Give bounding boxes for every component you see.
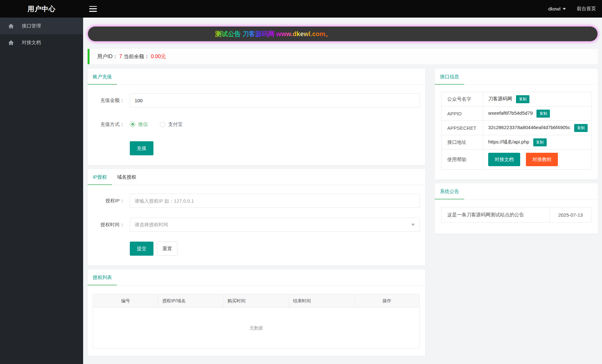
chevron-down-icon (563, 8, 566, 10)
auth-list-header: 授权列表 (88, 269, 425, 285)
table-row: 公众号名字 刀客源码网 复制 (442, 92, 591, 106)
notice-text: 这是一条刀客源码网测试站点的公告 (442, 207, 550, 223)
recharge-card-header: 账户充值 (88, 69, 425, 85)
auth-list-header-row: 编号 授权IP/域名 购买时间 结束时间 操作 (93, 294, 420, 308)
user-id-value: 7 (119, 54, 122, 59)
home-icon (8, 40, 14, 46)
auth-list-card: 授权列表 编号 授权IP/域名 购买时间 结束时间 操作 (88, 269, 425, 356)
username: dkewl (548, 6, 560, 12)
balance-label: 当前余额： (124, 53, 149, 60)
table-row: 接口地址 https://域名/api.php 复制 (442, 135, 591, 150)
radio-alipay-label: 支付宝 (168, 121, 183, 128)
radio-unchecked-icon (160, 122, 165, 127)
radio-alipay[interactable]: 支付宝 (160, 121, 183, 128)
tutorial-button[interactable]: 对接教程 (526, 153, 558, 166)
user-info-bar: 用户ID： 7 当前余额： 0.00元 (88, 49, 598, 64)
auth-ip-label: 授权IP： (94, 198, 124, 204)
sidebar-item-api-management[interactable]: 接口管理 (0, 18, 83, 34)
tab-system-notice[interactable]: 系统公告 (435, 183, 464, 199)
col-ip-domain: 授权IP/域名 (158, 294, 223, 308)
tab-ip-auth[interactable]: IP授权 (88, 169, 112, 185)
sidebar-item-label: 接口管理 (22, 23, 41, 29)
recharge-card: 账户充值 充值金额： 充值方式： 微信 (88, 69, 425, 165)
table-row: APPID wxeefaf6f7b54d5d79 复制 (442, 106, 591, 121)
notice-row: 这是一条刀客源码网测试站点的公告 2025-07-13 (442, 207, 591, 223)
tab-account-recharge[interactable]: 账户充值 (88, 69, 117, 84)
user-menu[interactable]: dkewl (548, 6, 566, 12)
user-id-label: 用户ID： (97, 53, 118, 60)
api-row-label: 接口地址 (442, 135, 483, 150)
table-row: APPSECRET 32c286223378a80446eaf4d7b6f490… (442, 121, 591, 135)
auth-submit-button[interactable]: 提交 (130, 242, 153, 256)
api-row-label: APPID (442, 106, 483, 121)
sidebar-item-docs[interactable]: 对接文档 (0, 34, 83, 51)
auth-time-label: 授权时间： (94, 222, 124, 228)
radio-wechat[interactable]: 微信 (130, 121, 148, 128)
menu-toggle-icon[interactable] (89, 6, 97, 12)
api-url-value: https://域名/api.php (488, 139, 529, 144)
balance-value: 0.00元 (151, 53, 166, 60)
home-icon (8, 23, 14, 29)
recharge-amount-input[interactable] (130, 93, 420, 107)
select-arrow-icon (411, 224, 415, 226)
authorization-card: IP授权 域名授权 授权IP： 授权时间： 请选择授权时间 (88, 169, 425, 266)
recharge-method-label: 充值方式： (94, 121, 124, 128)
api-info-header: 接口信息 (435, 69, 598, 85)
copy-button[interactable]: 复制 (516, 95, 529, 103)
auth-time-select[interactable]: 请选择授权时间 (130, 218, 420, 232)
col-actions: 操作 (354, 294, 419, 308)
auth-ip-input[interactable] (130, 194, 420, 208)
empty-state-text: 无数据 (93, 308, 420, 349)
system-notice-header: 系统公告 (435, 183, 598, 199)
radio-checked-icon (130, 122, 135, 127)
help-label: 使用帮助 (442, 150, 483, 170)
appsecret-value: 32c286223378a80446eaf4d7b6f4905c (488, 125, 570, 130)
official-account-name: 刀客源码网 (488, 96, 512, 101)
copy-button[interactable]: 复制 (574, 124, 588, 132)
doc-button[interactable]: 对接文档 (488, 153, 520, 166)
top-header: 用户中心 dkewl 前台首页 (0, 0, 602, 18)
empty-row: 无数据 (93, 308, 420, 349)
announcement-banner: 测试公告 刀客源码网 www.dkewl.com。 (88, 26, 598, 42)
copy-button[interactable]: 复制 (536, 110, 550, 118)
announcement-marquee-text: 测试公告 刀客源码网 www.dkewl.com。 (215, 30, 332, 38)
copy-button[interactable]: 复制 (533, 138, 547, 146)
tab-domain-auth[interactable]: 域名授权 (112, 169, 141, 185)
auth-reset-button[interactable]: 重置 (157, 242, 177, 256)
header-right: dkewl 前台首页 (548, 6, 596, 12)
auth-time-placeholder: 请选择授权时间 (135, 222, 168, 228)
api-row-label: APPSECRET (442, 121, 483, 135)
tab-auth-list[interactable]: 授权列表 (88, 269, 117, 285)
table-row: 使用帮助 对接文档 对接教程 (442, 150, 591, 170)
radio-wechat-label: 微信 (138, 121, 148, 128)
recharge-method-group: 微信 支付宝 (130, 117, 195, 131)
main-content: 测试公告 刀客源码网 www.dkewl.com。 用户ID： 7 当前余额： … (83, 18, 602, 364)
notice-table: 这是一条刀客源码网测试站点的公告 2025-07-13 (441, 207, 591, 223)
front-home-link[interactable]: 前台首页 (577, 6, 596, 12)
col-end-time: 结束时间 (289, 294, 354, 308)
col-id: 编号 (93, 294, 158, 308)
notice-date: 2025-07-13 (550, 207, 591, 223)
api-row-label: 公众号名字 (442, 92, 483, 106)
system-notice-card: 系统公告 这是一条刀客源码网测试站点的公告 2025-07-13 (435, 183, 598, 234)
sidebar: 接口管理 对接文档 (0, 18, 83, 364)
app-title: 用户中心 (0, 4, 83, 13)
tab-api-info[interactable]: 接口信息 (435, 69, 464, 84)
auth-list-table: 编号 授权IP/域名 购买时间 结束时间 操作 无数据 (93, 294, 420, 349)
appid-value: wxeefaf6f7b54d5d79 (488, 110, 533, 116)
col-buy-time: 购买时间 (223, 294, 289, 308)
api-info-table: 公众号名字 刀客源码网 复制 APPID wxeefaf6f7b54d5d79 (441, 92, 591, 170)
authorization-tabs: IP授权 域名授权 (88, 169, 425, 185)
api-info-card: 接口信息 公众号名字 刀客源码网 复制 (435, 69, 598, 180)
recharge-button[interactable]: 充值 (130, 141, 153, 155)
recharge-amount-label: 充值金额： (94, 97, 124, 104)
sidebar-item-label: 对接文档 (22, 40, 41, 46)
